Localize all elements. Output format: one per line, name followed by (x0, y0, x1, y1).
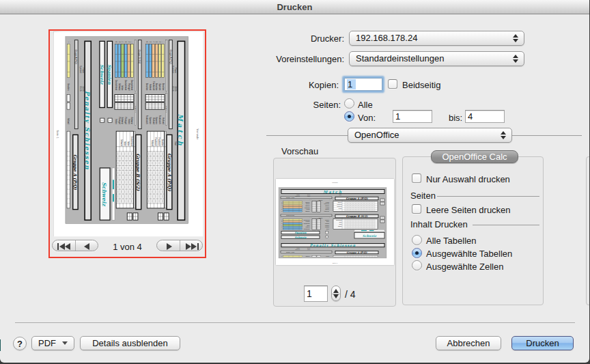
preview-sheet-rotated: VorrundeSeite 1MatchPhase30.06Spielzeit0… (53, 31, 203, 236)
pages-from-value: 1 (395, 111, 400, 122)
svg-text:Frankreich: Frankreich (324, 211, 329, 212)
popup-up-arrow-icon (513, 55, 518, 58)
vorschau-page-field[interactable]: 1 (304, 285, 328, 302)
svg-text:Brasilien: Brasilien (305, 206, 309, 206)
only-selection-checkbox[interactable] (412, 173, 421, 183)
svg-text:Holland: Holland (326, 208, 330, 208)
titlebar: Drucken (0, 0, 589, 14)
hide-details-button[interactable]: Details ausblenden (80, 336, 180, 350)
svg-text:Holland: Holland (67, 117, 70, 124)
pages-from-field[interactable]: 1 (393, 110, 432, 123)
vorschau-page: VorrundeSeite 1MatchPhase30.06Spielzeit0… (276, 179, 394, 265)
svg-text:Gruppe A (P/Q): Gruppe A (P/Q) (74, 49, 77, 64)
svg-text:Frankreich: Frankreich (145, 115, 148, 124)
app-popup[interactable]: OpenOffice (348, 128, 512, 143)
svg-text:Italien: Italien (115, 119, 117, 124)
svg-text:Spielzeit: Spielzeit (296, 195, 300, 197)
copies-field[interactable]: 1 (344, 78, 382, 91)
svg-text:Penalty Schiessen: Penalty Schiessen (84, 90, 91, 170)
presets-label: Voreinstellungen: (242, 54, 344, 64)
svg-text:Spanien: Spanien (107, 64, 112, 85)
stepper-down-icon (333, 294, 339, 298)
svg-text:Penalty Schiessen: Penalty Schiessen (310, 243, 356, 248)
svg-text:Deutschland: Deutschland (115, 79, 117, 90)
svg-text:Brasilien: Brasilien (67, 83, 70, 90)
print-button[interactable]: Drucken (511, 336, 574, 350)
calc-pages-section-label: Seiten (410, 191, 436, 201)
popup-down-arrow-icon (513, 39, 518, 42)
svg-text:Holland: Holland (326, 202, 330, 203)
svg-text:05:16: 05:16 (307, 249, 310, 250)
svg-text:3: 3 (155, 41, 158, 42)
vorschau-label: Vorschau (281, 146, 318, 156)
selected-tables-radio[interactable] (412, 248, 422, 258)
svg-text:Gruppe A (P/Q): Gruppe A (P/Q) (286, 251, 295, 253)
svg-text:Frankreich: Frankreich (157, 137, 160, 146)
svg-text:Phase: Phase (296, 194, 300, 195)
svg-text:1: 1 (108, 120, 111, 121)
pages-to-field[interactable]: 4 (465, 110, 505, 123)
svg-text:Schweiz: Schweiz (325, 220, 329, 221)
svg-text:1: 1 (326, 232, 327, 233)
svg-text:Gruppe A (P/Q): Gruppe A (P/Q) (286, 197, 295, 198)
svg-text:Frankreich: Frankreich (305, 208, 310, 208)
svg-text:6: 6 (115, 41, 117, 42)
selected-cells-radio[interactable] (412, 260, 422, 270)
popup-up-arrow-icon (513, 34, 518, 38)
svg-text:Gruppe B (S/2): Gruppe B (S/2) (286, 214, 294, 216)
background-app-sliver (0, 339, 1, 351)
svg-text:Gruppe A (P/Q): Gruppe A (P/Q) (347, 251, 367, 254)
svg-text:1: 1 (326, 236, 327, 238)
svg-text:6: 6 (145, 41, 148, 42)
svg-text:Spanien: Spanien (325, 206, 329, 206)
cancel-button[interactable]: Abbrechen (436, 336, 501, 350)
preview-sheet: VorrundeSeite 1MatchPhase30.06Spielzeit0… (276, 179, 394, 265)
pages-to-value: 4 (468, 111, 473, 122)
svg-text:Gruppe B (S/2): Gruppe B (S/2) (346, 214, 368, 218)
svg-text:Spanien: Spanien (294, 231, 306, 234)
all-tables-radio[interactable] (412, 235, 422, 245)
vorschau-page-value: 1 (307, 288, 312, 299)
svg-text:Vorrunde: Vorrunde (332, 182, 339, 183)
svg-text:1: 1 (67, 41, 70, 42)
svg-text:Gruppe B (S/2): Gruppe B (S/2) (138, 49, 141, 64)
svg-text:Schweiz: Schweiz (295, 236, 307, 239)
offscreen-groupbox-sliver (586, 156, 589, 305)
pages-label: Seiten: (238, 100, 341, 110)
svg-text:Schweiz: Schweiz (120, 139, 122, 146)
only-selection-label: Nur Auswahl drucken (426, 174, 510, 184)
svg-text:Brasilien: Brasilien (305, 202, 309, 203)
copies-value: 1 (347, 79, 356, 89)
svg-text:5: 5 (148, 41, 151, 42)
segment-divider (75, 240, 76, 251)
svg-text:Schweiz: Schweiz (306, 227, 310, 227)
svg-text:Brasilien: Brasilien (160, 139, 163, 145)
svg-text:Holland: Holland (338, 208, 341, 209)
pages-to-label: bis: (449, 113, 462, 123)
presets-popup[interactable]: Standardeinstellungen (349, 51, 524, 66)
pages-all-radio[interactable] (344, 98, 354, 109)
last-page-icon (185, 243, 199, 250)
popup-down-arrow-icon (513, 59, 518, 63)
vorschau-page-stepper[interactable] (331, 285, 341, 301)
pages-range-radio[interactable] (344, 111, 354, 122)
svg-text:Deutschland: Deutschland (130, 136, 132, 146)
calc-content-section-label: Inhalt Drucken (410, 219, 468, 229)
first-page-icon (57, 243, 71, 250)
stepper-up-icon (333, 289, 339, 293)
svg-text:Ergebnis: Ergebnis (319, 218, 323, 219)
duplex-checkbox[interactable] (388, 79, 397, 89)
svg-text:Italien: Italien (123, 141, 126, 145)
svg-text:Seite 1: Seite 1 (333, 262, 338, 264)
svg-text:Schweiz: Schweiz (325, 225, 329, 226)
svg-text:Schweiz: Schweiz (98, 64, 104, 85)
empty-pages-checkbox[interactable] (412, 204, 421, 214)
help-button[interactable]: ? (13, 337, 27, 350)
pdf-menu-button[interactable]: PDF (31, 336, 74, 350)
svg-text:4: 4 (121, 41, 124, 42)
svg-text:1: 1 (161, 41, 164, 42)
svg-text:1: 1 (130, 41, 133, 42)
printer-popup[interactable]: 192.168.178.24 (349, 31, 524, 46)
nav-next-last-buttons[interactable] (156, 240, 203, 251)
page-preview-frame: VorrundeSeite 1MatchPhase30.06Spielzeit0… (48, 29, 206, 258)
